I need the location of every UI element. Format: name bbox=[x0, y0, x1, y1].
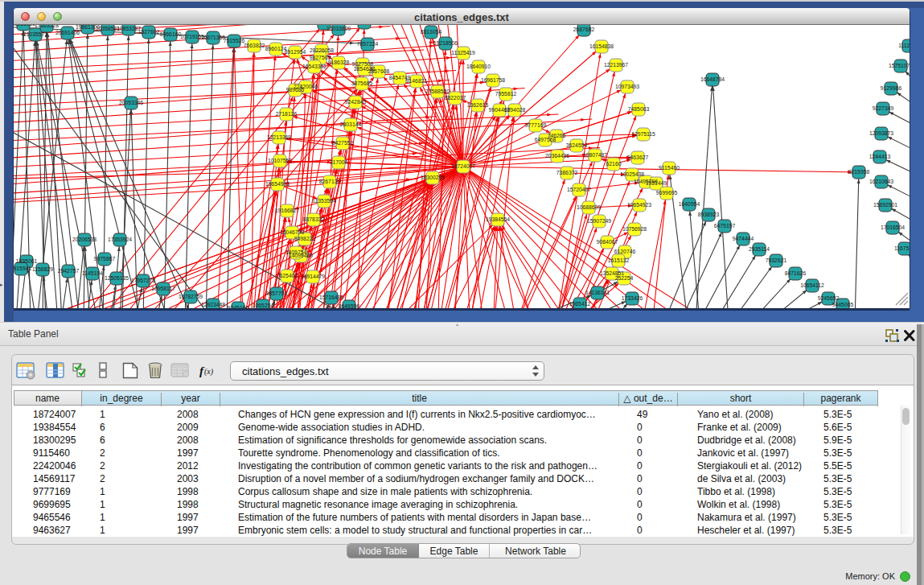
svg-text:3915941: 3915941 bbox=[10, 266, 32, 271]
svg-text:20663923: 20663923 bbox=[11, 21, 35, 27]
svg-text:9146821: 9146821 bbox=[406, 78, 428, 84]
svg-text:9227349: 9227349 bbox=[873, 105, 894, 111]
svg-text:8186328: 8186328 bbox=[328, 60, 350, 65]
svg-text:16671355: 16671355 bbox=[201, 35, 225, 40]
svg-text:16782759: 16782759 bbox=[179, 294, 203, 299]
svg-text:8813054: 8813054 bbox=[421, 29, 442, 35]
svg-text:7515526: 7515526 bbox=[224, 38, 245, 43]
svg-text:16648784: 16648784 bbox=[700, 76, 725, 82]
svg-text:1615132: 1615132 bbox=[608, 257, 630, 263]
svg-text:20691406: 20691406 bbox=[55, 30, 80, 35]
svg-text:12923448: 12923448 bbox=[201, 302, 225, 307]
svg-text:12505135: 12505135 bbox=[105, 275, 129, 281]
svg-text:7857224: 7857224 bbox=[357, 41, 379, 47]
svg-text:8878332: 8878332 bbox=[303, 216, 325, 222]
svg-text:19404171: 19404171 bbox=[312, 20, 336, 26]
svg-text:7932621: 7932621 bbox=[766, 257, 787, 263]
svg-text:8649590: 8649590 bbox=[339, 303, 360, 309]
svg-text:9975867: 9975867 bbox=[94, 256, 116, 262]
svg-text:1244413: 1244413 bbox=[869, 154, 891, 159]
svg-text:21035571: 21035571 bbox=[23, 31, 47, 37]
svg-text:1145194: 1145194 bbox=[82, 270, 103, 276]
svg-text:10958117: 10958117 bbox=[151, 286, 175, 291]
svg-text:10973493: 10973493 bbox=[615, 84, 639, 89]
svg-text:10025438: 10025438 bbox=[620, 171, 644, 177]
svg-text:9777169: 9777169 bbox=[525, 122, 547, 128]
svg-text:28226058: 28226058 bbox=[310, 47, 334, 53]
svg-text:17663528: 17663528 bbox=[35, 23, 59, 28]
svg-text:2718126: 2718126 bbox=[276, 111, 298, 117]
svg-text:19218506: 19218506 bbox=[433, 40, 458, 46]
svg-text:9084067: 9084067 bbox=[597, 239, 618, 245]
svg-text:15907249: 15907249 bbox=[587, 218, 611, 224]
svg-text:15720407: 15720407 bbox=[567, 187, 591, 192]
svg-text:10853287: 10853287 bbox=[117, 26, 141, 31]
svg-text:12213967: 12213967 bbox=[604, 62, 628, 68]
svg-text:16046798: 16046798 bbox=[280, 229, 304, 235]
svg-text:1409754: 1409754 bbox=[285, 249, 307, 255]
svg-text:10756928: 10756928 bbox=[622, 226, 647, 232]
svg-text:1362615: 1362615 bbox=[467, 102, 489, 108]
svg-text:20364436: 20364436 bbox=[545, 153, 569, 159]
svg-text:18640910: 18640910 bbox=[466, 64, 491, 69]
svg-text:12975115: 12975115 bbox=[631, 131, 655, 137]
svg-text:9245166: 9245166 bbox=[228, 305, 249, 311]
svg-text:2687682: 2687682 bbox=[573, 27, 595, 32]
svg-text:12093873: 12093873 bbox=[869, 130, 893, 136]
svg-text:7485063: 7485063 bbox=[628, 106, 650, 112]
svg-text:6794028: 6794028 bbox=[504, 107, 526, 113]
svg-text:10107552: 10107552 bbox=[268, 158, 292, 163]
svg-text:8960124: 8960124 bbox=[265, 46, 287, 51]
svg-text:8912954: 8912954 bbox=[285, 49, 306, 55]
svg-text:252254: 252254 bbox=[615, 275, 634, 281]
svg-text:317004: 317004 bbox=[330, 159, 348, 165]
svg-text:17957275: 17957275 bbox=[131, 278, 155, 283]
svg-text:(x): (x) bbox=[204, 367, 214, 377]
svg-text:2803144: 2803144 bbox=[340, 122, 362, 127]
svg-text:16543362: 16543362 bbox=[302, 64, 326, 69]
svg-text:1112436: 1112436 bbox=[898, 43, 919, 48]
svg-text:19654923: 19654923 bbox=[627, 202, 651, 208]
svg-text:9861043: 9861043 bbox=[354, 19, 376, 25]
svg-text:9699695: 9699695 bbox=[656, 190, 678, 196]
svg-text:1527602: 1527602 bbox=[138, 29, 160, 35]
svg-text:19654983: 19654983 bbox=[265, 181, 290, 187]
svg-text:9245652: 9245652 bbox=[818, 295, 840, 301]
svg-text:9463627: 9463627 bbox=[627, 154, 649, 160]
svg-text:7625402: 7625402 bbox=[277, 273, 298, 278]
svg-text:8267130: 8267130 bbox=[319, 179, 341, 184]
svg-text:10688609: 10688609 bbox=[577, 204, 601, 210]
svg-text:20053346: 20053346 bbox=[119, 100, 143, 105]
svg-text:2935114: 2935114 bbox=[749, 246, 770, 252]
svg-text:16961758: 16961758 bbox=[481, 77, 505, 83]
svg-text:19384554: 19384554 bbox=[486, 216, 510, 222]
svg-text:8938923: 8938923 bbox=[698, 212, 720, 217]
svg-text:7386372: 7386372 bbox=[556, 170, 578, 175]
svg-text:16914479: 16914479 bbox=[301, 274, 325, 279]
svg-text:6479197: 6479197 bbox=[714, 223, 736, 229]
svg-text:8471626: 8471626 bbox=[785, 270, 807, 276]
svg-text:1640954: 1640954 bbox=[679, 201, 700, 207]
svg-text:2867608: 2867608 bbox=[368, 68, 390, 74]
svg-text:6120746: 6120746 bbox=[614, 249, 636, 254]
svg-text:2942757: 2942757 bbox=[58, 268, 80, 274]
svg-text:9857791: 9857791 bbox=[266, 290, 288, 296]
svg-text:15692901: 15692901 bbox=[873, 202, 897, 208]
svg-text:9115460: 9115460 bbox=[659, 165, 680, 171]
svg-text:8498222: 8498222 bbox=[294, 236, 316, 241]
svg-text:19166827: 19166827 bbox=[275, 208, 299, 213]
svg-text:20206538: 20206538 bbox=[72, 237, 97, 242]
svg-text:7955812: 7955812 bbox=[495, 91, 517, 97]
svg-text:7663822: 7663822 bbox=[244, 43, 265, 48]
svg-text:10654112: 10654112 bbox=[800, 282, 824, 288]
svg-text:17016504: 17016504 bbox=[881, 225, 905, 230]
svg-text:6966160: 6966160 bbox=[160, 31, 182, 37]
svg-text:9474444: 9474444 bbox=[733, 236, 754, 241]
svg-text:10807487: 10807487 bbox=[583, 152, 607, 158]
svg-text:1835061: 1835061 bbox=[16, 258, 38, 264]
svg-text:9129966: 9129966 bbox=[881, 85, 902, 91]
svg-text:8822037: 8822037 bbox=[445, 95, 466, 101]
svg-text:1156829: 1156829 bbox=[32, 266, 53, 272]
svg-text:27588520: 27588520 bbox=[425, 89, 450, 94]
svg-text:16033809: 16033809 bbox=[326, 26, 351, 31]
